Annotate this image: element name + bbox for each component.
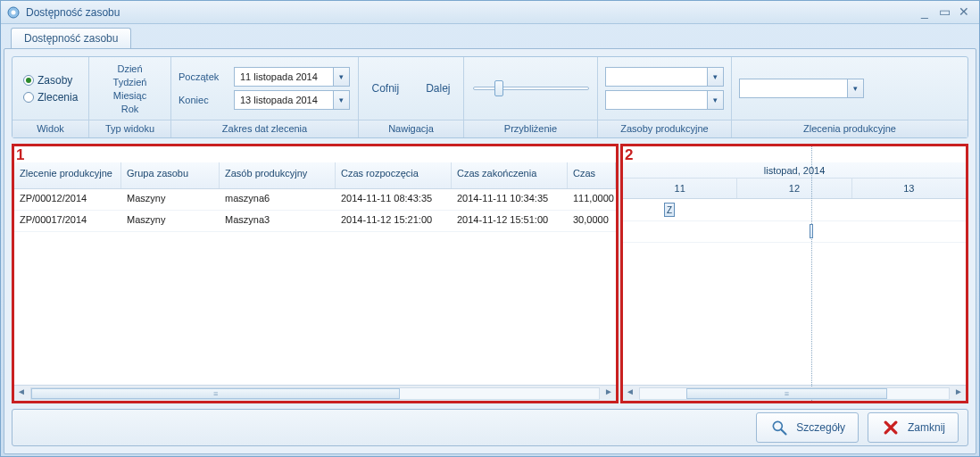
svg-line-3 xyxy=(782,430,786,435)
scroll-left-icon[interactable]: ◄ xyxy=(623,386,637,401)
gantt-body: Z xyxy=(623,199,966,385)
chevron-down-icon[interactable]: ▾ xyxy=(707,68,723,86)
close-icon xyxy=(881,418,901,437)
scroll-right-icon[interactable]: ► xyxy=(602,386,616,401)
cell-order: ZP/00017/2014 xyxy=(14,211,121,231)
zoom-slider[interactable] xyxy=(473,79,589,97)
gantt-item-2[interactable] xyxy=(810,224,813,238)
window: Dostępność zasobu _ ▭ ✕ Dostępność zasob… xyxy=(0,0,980,457)
table-row[interactable]: ZP/00017/2014 Maszyny Maszyna3 2014-11-1… xyxy=(14,211,616,232)
chevron-down-icon[interactable]: ▾ xyxy=(847,79,863,97)
details-button-label: Szczegóły xyxy=(796,421,845,434)
resources-combo-1[interactable]: ▾ xyxy=(605,67,724,87)
scroll-right-icon[interactable]: ► xyxy=(951,386,966,401)
th-group[interactable]: Grupa zasobu xyxy=(121,162,220,188)
gantt-panel: 2 listopad, 2014 11 12 13 Z xyxy=(620,144,968,403)
resources-combo-2[interactable]: ▾ xyxy=(605,90,724,110)
th-time[interactable]: Czas xyxy=(568,162,616,188)
table-hscroll[interactable]: ◄ ≡ ► xyxy=(14,385,616,401)
tabstrip: Dostępność zasobu xyxy=(4,27,976,48)
content-area: 1 Zlecenie produkcyjne Grupa zasobu Zasó… xyxy=(12,144,968,403)
group-label-zlecenia: Zlecenia produkcyjne xyxy=(732,120,968,137)
titlebar: Dostępność zasobu _ ▭ ✕ xyxy=(1,1,979,24)
radio-zlecenia-label: Zlecenia xyxy=(37,91,78,104)
gantt-header: listopad, 2014 11 12 13 xyxy=(623,162,966,199)
chevron-down-icon[interactable]: ▾ xyxy=(333,68,349,86)
nav-back-button[interactable]: Cofnij xyxy=(361,77,410,100)
th-order[interactable]: Zlecenie produkcyjne xyxy=(14,162,121,188)
viewtype-tydzien[interactable]: Tydzień xyxy=(106,76,154,88)
radio-icon xyxy=(23,92,34,103)
gantt-item-1[interactable]: Z xyxy=(664,203,675,217)
orders-table-panel: 1 Zlecenie produkcyjne Grupa zasobu Zasó… xyxy=(12,144,619,403)
end-date-value: 13 listopada 2014 xyxy=(235,95,333,105)
start-date-value: 11 listopada 2014 xyxy=(235,71,333,82)
cell-end: 2014-11-11 10:34:35 xyxy=(452,189,568,210)
details-button[interactable]: Szczegóły xyxy=(756,412,859,443)
group-label-zakresdat: Zakres dat zlecenia xyxy=(171,120,358,137)
start-date-combo[interactable]: 11 listopada 2014 ▾ xyxy=(234,67,350,87)
close-window-button[interactable]: ✕ xyxy=(954,5,974,20)
slider-thumb[interactable] xyxy=(494,80,503,96)
cell-group: Maszyny xyxy=(121,189,220,210)
viewtype-miesiac[interactable]: Miesiąc xyxy=(106,89,154,102)
cell-resource: maszyna6 xyxy=(220,189,336,210)
app-icon xyxy=(6,5,21,20)
group-label-przyblizenie: Przybliżenie xyxy=(464,120,597,137)
orders-combo-1[interactable]: ▾ xyxy=(739,79,864,98)
scroll-left-icon[interactable]: ◄ xyxy=(14,386,29,401)
th-resource[interactable]: Zasób produkcyjny xyxy=(220,162,336,188)
radio-zasoby[interactable]: Zasoby xyxy=(20,72,76,88)
end-date-combo[interactable]: 13 listopada 2014 ▾ xyxy=(234,90,350,110)
th-end[interactable]: Czas zakończenia xyxy=(452,162,568,188)
cell-end: 2014-11-12 15:51:00 xyxy=(452,211,568,231)
gantt-hscroll[interactable]: ◄ ≡ ► xyxy=(623,385,966,401)
start-date-label: Początek xyxy=(179,71,228,82)
group-label-nawigacja: Nawigacja xyxy=(359,120,463,137)
close-button[interactable]: Zamknij xyxy=(868,412,959,443)
radio-zasoby-label: Zasoby xyxy=(37,74,72,87)
table-header-row: Zlecenie produkcyjne Grupa zasobu Zasób … xyxy=(14,162,616,189)
minimize-button[interactable]: _ xyxy=(915,5,934,20)
scroll-track[interactable]: ≡ xyxy=(30,387,600,400)
chevron-down-icon[interactable]: ▾ xyxy=(707,91,723,109)
window-title: Dostępność zasobu xyxy=(26,6,915,19)
radio-icon xyxy=(23,75,34,86)
annotation-1: 1 xyxy=(16,146,24,164)
group-label-widok: Widok xyxy=(12,120,88,137)
slider-track xyxy=(473,87,589,90)
table-row[interactable]: ZP/00012/2014 Maszyny maszyna6 2014-11-1… xyxy=(14,189,616,211)
table-body: ZP/00012/2014 Maszyny maszyna6 2014-11-1… xyxy=(14,189,616,385)
annotation-2: 2 xyxy=(625,146,633,164)
th-start[interactable]: Czas rozpoczęcia xyxy=(336,162,452,188)
viewtype-rok[interactable]: Rok xyxy=(114,103,146,115)
gantt-day-12[interactable]: 12 xyxy=(737,179,851,198)
tab-dostepnosc-zasobu[interactable]: Dostępność zasobu xyxy=(11,28,131,48)
svg-point-1 xyxy=(12,10,16,14)
nav-forward-button[interactable]: Dalej xyxy=(415,77,461,100)
cell-time: 111,0000 xyxy=(568,189,616,210)
group-label-zasoby: Zasoby produkcyjne xyxy=(598,120,731,137)
gantt-day-13[interactable]: 13 xyxy=(852,179,966,198)
scroll-thumb[interactable]: ≡ xyxy=(686,388,887,399)
chevron-down-icon[interactable]: ▾ xyxy=(333,91,349,109)
radio-zlecenia[interactable]: Zlecenia xyxy=(20,89,81,105)
gantt-month: listopad, 2014 xyxy=(623,162,966,179)
cell-time: 30,0000 xyxy=(568,211,616,231)
group-label-typwidoku: Typ widoku xyxy=(89,120,170,137)
cell-order: ZP/00012/2014 xyxy=(14,189,121,210)
scroll-track[interactable]: ≡ xyxy=(639,387,950,400)
cell-start: 2014-11-11 08:43:35 xyxy=(336,189,452,210)
footer-bar: Szczegóły Zamknij xyxy=(12,409,968,446)
cell-resource: Maszyna3 xyxy=(220,211,336,231)
close-button-label: Zamknij xyxy=(908,421,945,434)
maximize-button[interactable]: ▭ xyxy=(934,5,954,20)
end-date-label: Koniec xyxy=(179,95,228,105)
viewtype-dzien[interactable]: Dzień xyxy=(110,62,149,75)
cell-group: Maszyny xyxy=(121,211,220,231)
gantt-day-11[interactable]: 11 xyxy=(623,179,737,198)
ribbon: Zasoby Zlecenia Widok Dzień Tydzień Mies… xyxy=(12,56,968,138)
cell-start: 2014-11-12 15:21:00 xyxy=(336,211,452,231)
scroll-thumb[interactable]: ≡ xyxy=(31,388,400,399)
magnifier-icon xyxy=(769,418,789,437)
